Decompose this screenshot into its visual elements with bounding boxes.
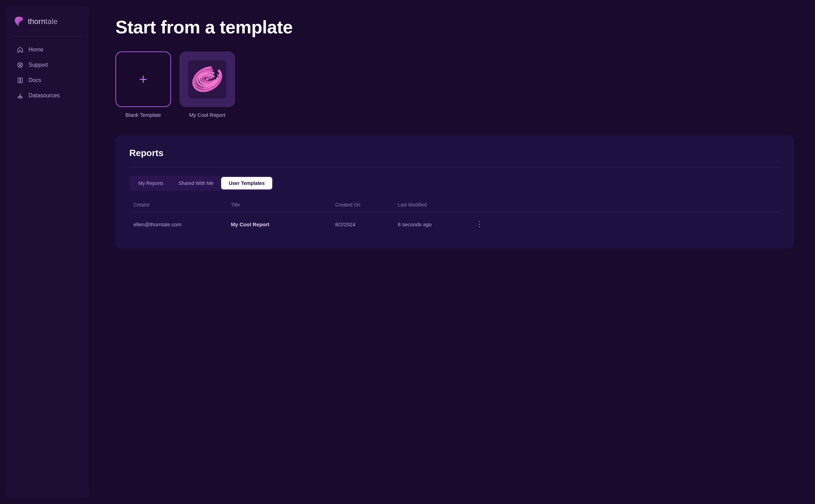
- sidebar: thorntale Home: [6, 6, 89, 498]
- sidebar-item-home[interactable]: Home: [13, 43, 82, 57]
- cell-created-on: 8/2/2024: [331, 221, 394, 227]
- cell-last-modified: 8 seconds ago: [394, 221, 470, 227]
- cool-report-card[interactable]: My Cool Report: [179, 51, 235, 118]
- svg-line-3: [18, 66, 19, 67]
- docs-icon: [17, 77, 24, 84]
- reports-tabs: My Reports Shared With Me User Templates: [129, 176, 274, 191]
- cool-report-box: [179, 51, 235, 107]
- table-row: ellen@thorntale.com My Cool Report 8/2/2…: [129, 212, 780, 236]
- reports-table: Creator Title Created On Last Modified e…: [129, 202, 780, 236]
- svg-point-1: [19, 64, 21, 66]
- col-created-on: Created On: [331, 202, 394, 208]
- datasources-icon: [17, 92, 24, 99]
- tab-user-templates[interactable]: User Templates: [221, 177, 272, 189]
- tab-my-reports[interactable]: My Reports: [131, 177, 171, 189]
- svg-rect-8: [18, 97, 23, 98]
- page-title: Start from a template: [115, 17, 794, 38]
- template-cards-container: + Blank Template: [115, 51, 794, 118]
- main-content: Start from a template + Blank Template: [95, 0, 815, 504]
- col-title: Title: [227, 202, 331, 208]
- reports-section: Reports My Reports Shared With Me User T…: [115, 135, 794, 249]
- sidebar-item-docs[interactable]: Docs: [13, 73, 82, 87]
- svg-point-18: [205, 78, 209, 81]
- reports-divider: [129, 167, 780, 167]
- svg-rect-7: [21, 78, 22, 83]
- spiral-thumbnail: [188, 60, 226, 98]
- cool-report-label: My Cool Report: [189, 112, 225, 118]
- col-last-modified: Last Modified: [394, 202, 470, 208]
- svg-line-4: [21, 66, 22, 67]
- sidebar-item-support[interactable]: Support: [13, 58, 82, 72]
- tab-shared-with-me[interactable]: Shared With Me: [171, 177, 221, 189]
- sidebar-divider: [13, 36, 82, 36]
- logo-text: thorntale: [28, 17, 58, 26]
- cell-creator: ellen@thorntale.com: [129, 221, 227, 227]
- table-header: Creator Title Created On Last Modified: [129, 202, 780, 212]
- support-icon: [17, 62, 24, 68]
- svg-line-5: [18, 63, 19, 64]
- home-icon: [17, 46, 24, 53]
- sidebar-nav: Home Support: [13, 43, 82, 104]
- blank-template-card[interactable]: + Blank Template: [115, 51, 171, 118]
- reports-section-title: Reports: [129, 148, 780, 158]
- blank-template-label: Blank Template: [126, 112, 161, 118]
- cell-title: My Cool Report: [227, 221, 331, 227]
- blank-template-box: +: [115, 51, 171, 107]
- svg-rect-6: [18, 78, 20, 83]
- col-actions: [470, 202, 484, 208]
- svg-line-2: [21, 63, 22, 64]
- plus-icon: +: [139, 72, 147, 86]
- logo-icon: [13, 15, 25, 28]
- col-creator: Creator: [129, 202, 227, 208]
- cell-row-actions: ⋮: [470, 218, 484, 230]
- row-more-button[interactable]: ⋮: [474, 218, 485, 230]
- logo: thorntale: [13, 15, 82, 28]
- sidebar-item-datasources[interactable]: Datasources: [13, 89, 82, 103]
